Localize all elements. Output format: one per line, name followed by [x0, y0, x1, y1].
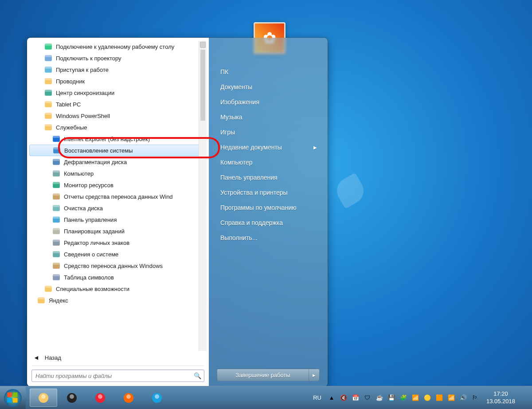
back-button[interactable]: ◄ Назад — [27, 351, 209, 364]
program-item-folder[interactable]: Специальные возможности — [29, 283, 207, 295]
svg-point-56 — [98, 394, 102, 399]
program-list-scrollbar[interactable] — [199, 41, 207, 351]
tray-disk-icon[interactable]: 💾 — [387, 393, 396, 403]
program-item-defrag[interactable]: Дефрагментация диска — [29, 156, 207, 168]
program-item-ie[interactable]: Internet Explorer (без надстроек) — [29, 133, 207, 145]
program-item-rdp[interactable]: Подключение к удаленному рабочему столу — [29, 41, 207, 52]
right-panel-item[interactable]: Справка и поддержка — [217, 215, 320, 230]
tray-puzzle-icon[interactable]: 🧩 — [399, 393, 408, 403]
svg-rect-19 — [53, 147, 60, 149]
desktop[interactable]: Подключение к удаленному рабочему столуП… — [0, 0, 532, 409]
svg-rect-47 — [7, 392, 12, 397]
charmap-icon — [52, 273, 60, 281]
svg-rect-29 — [53, 205, 60, 207]
program-item-label: Специальные возможности — [56, 286, 129, 292]
report-icon — [52, 193, 60, 201]
svg-rect-5 — [45, 67, 52, 69]
tray-av-icon[interactable]: 🛡 — [363, 393, 372, 403]
program-item-projector[interactable]: Подключить к проектору — [29, 52, 207, 64]
right-panel-item[interactable]: Устройства и принтеры — [217, 185, 320, 200]
program-item-getstarted[interactable]: Приступая к работе — [29, 64, 207, 75]
program-item-label: Очистка диска — [64, 205, 103, 212]
right-panel-item[interactable]: Выполнить... — [217, 230, 320, 245]
program-item-computer[interactable]: Компьютер — [29, 168, 207, 179]
computer-icon — [52, 169, 60, 177]
program-item-cpanel[interactable]: Панель управления — [29, 214, 207, 225]
right-panel-item[interactable]: Компьютер — [217, 155, 320, 170]
explorer-icon — [44, 77, 52, 85]
tray-signal1-icon[interactable]: 📶 — [411, 393, 420, 403]
program-item-folder[interactable]: Служебные — [29, 122, 207, 133]
program-item-tasksched[interactable]: Планировщик заданий — [29, 225, 207, 237]
taskbar: RU ▲🔇📅🛡☕💾🧩📶🟡🟧📶🔊🏳 17:20 13.05.2018 — [0, 386, 532, 409]
right-panel-item[interactable]: Изображения — [217, 94, 320, 110]
svg-rect-27 — [53, 193, 60, 196]
tasksched-icon — [52, 227, 60, 235]
tray-flag-icon[interactable]: 🏳 — [470, 393, 480, 403]
scroll-up-button[interactable] — [200, 42, 206, 48]
right-panel-item[interactable]: Программы по умолчанию — [217, 200, 320, 215]
right-panel-item[interactable]: Музыка — [217, 110, 320, 125]
taskbar-button-skype[interactable] — [143, 389, 171, 407]
tray-java-icon[interactable]: ☕ — [375, 393, 384, 403]
tray-calendar-icon[interactable]: 📅 — [351, 393, 360, 403]
explorer-icon — [37, 392, 50, 404]
taskbar-clock[interactable]: 17:20 13.05.2018 — [483, 390, 519, 405]
program-item-sync[interactable]: Центр синхронизации — [29, 87, 207, 98]
program-item-transfer[interactable]: Средство переноса данных Windows — [29, 260, 207, 271]
program-list[interactable]: Подключение к удаленному рабочему столуП… — [29, 40, 207, 351]
program-item-label: Компьютер — [64, 170, 94, 177]
program-item-explorer[interactable]: Проводник — [29, 75, 207, 87]
taskbar-button-firefox[interactable] — [115, 389, 142, 407]
program-item-sysinfo[interactable]: Сведения о системе — [29, 248, 207, 260]
program-item-charedit[interactable]: Редактор личных знаков — [29, 237, 207, 248]
scroll-thumb[interactable] — [200, 50, 205, 121]
svg-rect-23 — [53, 170, 60, 173]
skype-icon — [151, 392, 163, 404]
program-item-report[interactable]: Отчеты средства переноса данных Wind — [29, 191, 207, 202]
svg-rect-43 — [45, 286, 52, 288]
taskbar-button-panda[interactable] — [58, 389, 86, 407]
defrag-icon — [52, 158, 60, 166]
right-panel-item[interactable]: Игры — [217, 125, 320, 140]
right-panel-item[interactable]: ПК — [217, 64, 320, 79]
program-item-cleanup[interactable]: Очистка диска — [29, 202, 207, 214]
svg-rect-9 — [45, 90, 52, 92]
shutdown-label[interactable]: Завершение работы — [217, 369, 309, 381]
program-item-resmon[interactable]: Монитор ресурсов — [29, 179, 207, 191]
program-item-folder[interactable]: Windows PowerShell — [29, 110, 207, 122]
taskbar-button-opera[interactable] — [86, 389, 114, 407]
right-panel-item[interactable]: Недавние документы▶ — [217, 140, 320, 155]
svg-rect-41 — [53, 274, 60, 276]
tray-arrow-icon[interactable]: ▲ — [327, 393, 336, 403]
tray-signal2-icon[interactable]: 📶 — [446, 393, 456, 403]
resmon-icon — [52, 181, 60, 189]
right-panel-item[interactable]: Панель управления — [217, 170, 320, 185]
tray-vol-icon[interactable]: 🔊 — [458, 393, 468, 403]
shutdown-options-button[interactable]: ▸ — [309, 369, 319, 381]
svg-rect-33 — [53, 228, 60, 230]
taskbar-button-explorer[interactable] — [30, 389, 57, 407]
tray-yandex-icon[interactable]: 🟡 — [422, 393, 432, 403]
back-label: Назад — [45, 354, 61, 361]
program-item-restore[interactable]: Восстановление системы — [29, 145, 207, 156]
program-item-label: Таблица символов — [64, 274, 114, 281]
start-button[interactable] — [0, 386, 26, 409]
panda-icon — [66, 392, 78, 404]
shutdown-button[interactable]: Завершение работы ▸ — [217, 369, 320, 381]
back-arrow-icon: ◄ — [33, 354, 39, 361]
program-item-label: Подключить к проектору — [56, 55, 121, 62]
search-input[interactable] — [35, 373, 194, 379]
language-indicator[interactable]: RU — [310, 394, 324, 401]
program-item-folder[interactable]: Tablet PC — [29, 98, 207, 110]
program-item-charmap[interactable]: Таблица символов — [29, 271, 207, 283]
program-item-label: Internet Explorer (без надстроек) — [64, 136, 150, 142]
right-panel-item[interactable]: Документы — [217, 79, 320, 94]
search-box[interactable]: 🔍 — [31, 370, 204, 382]
tray-mute-icon[interactable]: 🔇 — [339, 393, 348, 403]
tray-orange-icon[interactable]: 🟧 — [434, 393, 444, 403]
svg-point-52 — [41, 394, 46, 399]
windows-logo-icon — [4, 389, 22, 407]
program-item-label: Монитор ресурсов — [64, 182, 113, 189]
program-item-folder[interactable]: Яндекс — [29, 295, 207, 306]
